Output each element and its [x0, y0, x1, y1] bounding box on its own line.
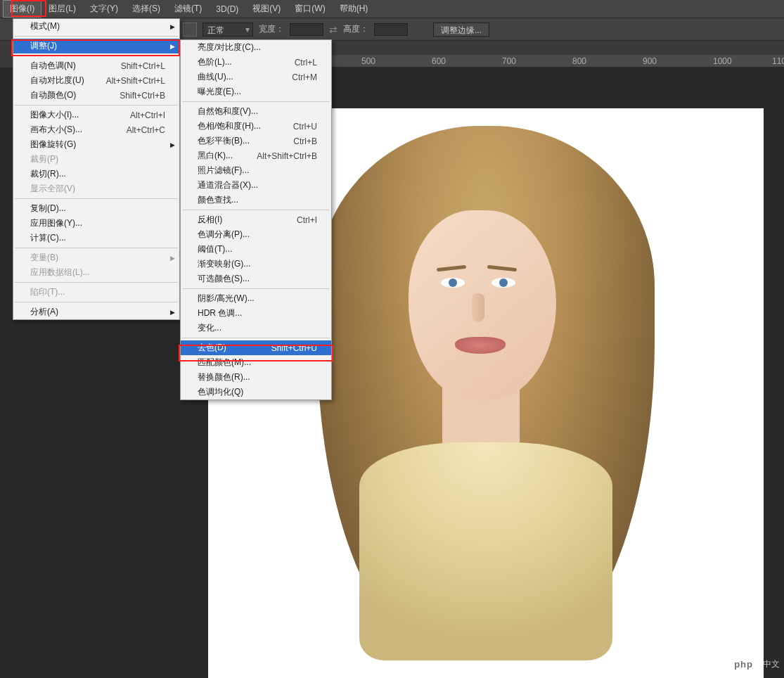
menu-type[interactable]: 文字(Y) — [83, 0, 125, 18]
image-menu-item: 显示全部(V) — [13, 181, 179, 196]
adjustments-menu-item[interactable]: 色调均化(Q) — [181, 385, 331, 399]
menu-item-label: 计算(C)... — [30, 232, 66, 244]
adjustments-menu-item[interactable]: 去色(D)Shift+Ctrl+U — [181, 340, 331, 355]
menu-item-label: 变量(B) — [30, 252, 58, 264]
adjustments-menu-item[interactable]: 照片滤镜(F)... — [181, 163, 331, 178]
adjustments-menu-item[interactable]: 色调分离(P)... — [181, 227, 331, 242]
menu-item-label: 自然饱和度(V)... — [198, 105, 258, 117]
adjustments-menu-item[interactable]: 曲线(U)...Ctrl+M — [181, 70, 331, 84]
ruler-tick: 1100 — [772, 56, 784, 66]
image-menu-item[interactable]: 分析(A)▶ — [13, 305, 179, 319]
adjustments-menu-item[interactable]: 黑白(K)...Alt+Shift+Ctrl+B — [181, 148, 331, 163]
watermark-badge: php — [728, 658, 759, 671]
image-menu-item[interactable]: 自动颜色(O)Shift+Ctrl+B — [13, 88, 179, 103]
menu-select[interactable]: 选择(S) — [125, 0, 167, 18]
adjustments-menu-item[interactable]: 替换颜色(R)... — [181, 370, 331, 385]
menu-item-label: 裁切(R)... — [30, 168, 66, 180]
image-menu-item[interactable]: 图像旋转(G)▶ — [13, 137, 179, 152]
adjustments-menu-item[interactable]: 阴影/高光(W)... — [181, 291, 331, 306]
menu-shortcut: Ctrl+B — [293, 136, 317, 146]
menu-shortcut: Ctrl+M — [292, 72, 317, 82]
adjustments-menu-item[interactable]: 渐变映射(G)... — [181, 257, 331, 271]
adjustments-menu-item[interactable]: 色相/饱和度(H)...Ctrl+U — [181, 119, 331, 134]
menu-separator — [182, 288, 330, 289]
menu-shortcut: Alt+Shift+Ctrl+B — [257, 151, 317, 161]
image-menu-item[interactable]: 自动色调(N)Shift+Ctrl+L — [13, 58, 179, 73]
menu-item-label: 复制(D)... — [30, 203, 66, 215]
menu-item-label: 裁剪(P) — [30, 153, 58, 165]
menu-shortcut: Ctrl+L — [295, 58, 317, 68]
menu-item-label: 色调均化(Q) — [198, 386, 243, 398]
watermark-text: 中文 — [763, 658, 780, 670]
image-menu-item[interactable]: 画布大小(S)...Alt+Ctrl+C — [13, 122, 179, 137]
menu-item-label: HDR 色调... — [198, 307, 242, 319]
adjustments-menu-item[interactable]: 可选颜色(S)... — [181, 271, 331, 286]
menu-item-label: 色调分离(P)... — [198, 229, 250, 241]
menu-item-label: 阈值(T)... — [198, 243, 232, 255]
adjustments-menu-item[interactable]: 通道混合器(X)... — [181, 178, 331, 193]
adjustments-menu-item[interactable]: 曝光度(E)... — [181, 84, 331, 99]
adjustments-menu-item[interactable]: 亮度/对比度(C)... — [181, 40, 331, 55]
submenu-arrow-icon: ▶ — [170, 43, 175, 50]
image-menu-item[interactable]: 裁切(R)... — [13, 167, 179, 181]
image-menu-item: 变量(B)▶ — [13, 250, 179, 265]
menu-shortcut: Ctrl+I — [297, 215, 317, 225]
adjustments-menu-item[interactable]: 匹配颜色(M)... — [181, 355, 331, 370]
menu-item-label: 自动色调(N) — [30, 60, 76, 72]
adjustments-menu-item[interactable]: 反相(I)Ctrl+I — [181, 212, 331, 227]
height-field[interactable] — [374, 23, 408, 36]
menu-window[interactable]: 窗口(W) — [288, 0, 332, 18]
blend-mode-dropdown[interactable]: 正常 — [203, 23, 253, 37]
image-menu-item[interactable]: 图像大小(I)...Alt+Ctrl+I — [13, 108, 179, 122]
menu-item-label: 反相(I) — [198, 214, 222, 226]
menu-item-label: 曲线(U)... — [198, 71, 233, 83]
image-menu-item[interactable]: 自动对比度(U)Alt+Shift+Ctrl+L — [13, 73, 179, 88]
menu-3d[interactable]: 3D(D) — [209, 1, 245, 17]
ruler-tick: 800 — [572, 56, 586, 66]
image-menu-item[interactable]: 调整(J)▶ — [13, 39, 179, 53]
menu-item-label: 调整(J) — [30, 40, 57, 52]
selection-mode-icon[interactable] — [183, 23, 197, 37]
image-menu-item[interactable]: 复制(D)... — [13, 201, 179, 216]
adjustments-menu-item[interactable]: 色阶(L)...Ctrl+L — [181, 55, 331, 70]
swap-icon[interactable]: ⇄ — [329, 24, 338, 35]
menu-shortcut: Ctrl+U — [293, 122, 317, 132]
menu-separator — [182, 210, 330, 210]
adjustments-menu-item[interactable]: 色彩平衡(B)...Ctrl+B — [181, 134, 331, 148]
menu-separator — [15, 248, 178, 248]
menu-filter[interactable]: 滤镜(T) — [167, 0, 209, 18]
adjustments-menu-item[interactable]: 自然饱和度(V)... — [181, 104, 331, 119]
menu-item-label: 匹配颜色(M)... — [198, 357, 251, 369]
refine-edge-button[interactable]: 调整边缘... — [433, 23, 489, 37]
menu-item-label: 颜色查找... — [198, 194, 238, 206]
submenu-arrow-icon: ▶ — [170, 141, 175, 148]
menu-separator — [15, 282, 178, 283]
menu-item-label: 图像旋转(G) — [30, 139, 76, 151]
menu-item-label: 自动颜色(O) — [30, 89, 76, 101]
menu-view[interactable]: 视图(V) — [245, 0, 288, 18]
adjustments-submenu: 亮度/对比度(C)...色阶(L)...Ctrl+L曲线(U)...Ctrl+M… — [180, 39, 332, 400]
menu-item-label: 应用图像(Y)... — [30, 217, 82, 229]
image-menu-item[interactable]: 模式(M)▶ — [13, 19, 179, 34]
menu-item-label: 阴影/高光(W)... — [198, 293, 255, 305]
portrait-image — [289, 126, 683, 660]
image-menu-item[interactable]: 应用图像(Y)... — [13, 216, 179, 231]
menu-shortcut: Shift+Ctrl+B — [120, 91, 165, 101]
menu-item-label: 亮度/对比度(C)... — [198, 41, 261, 53]
adjustments-menu-item[interactable]: 阈值(T)... — [181, 242, 331, 257]
adjustments-menu-item[interactable]: 变化... — [181, 321, 331, 335]
menu-separator — [15, 36, 178, 37]
image-menu-item[interactable]: 计算(C)... — [13, 231, 179, 245]
menu-item-label: 色相/饱和度(H)... — [198, 120, 261, 132]
ruler-tick: 900 — [643, 56, 657, 66]
menu-help[interactable]: 帮助(H) — [333, 0, 375, 18]
menu-item-label: 色彩平衡(B)... — [198, 135, 250, 147]
adjustments-menu-item[interactable]: HDR 色调... — [181, 306, 331, 321]
submenu-arrow-icon: ▶ — [170, 255, 175, 262]
width-field[interactable] — [290, 23, 323, 36]
menu-image[interactable]: 图像(I) — [3, 0, 41, 18]
menu-layer[interactable]: 图层(L) — [41, 0, 83, 18]
menu-item-label: 变化... — [198, 322, 221, 334]
adjustments-menu-item[interactable]: 颜色查找... — [181, 193, 331, 207]
menu-item-label: 可选颜色(S)... — [198, 273, 250, 285]
